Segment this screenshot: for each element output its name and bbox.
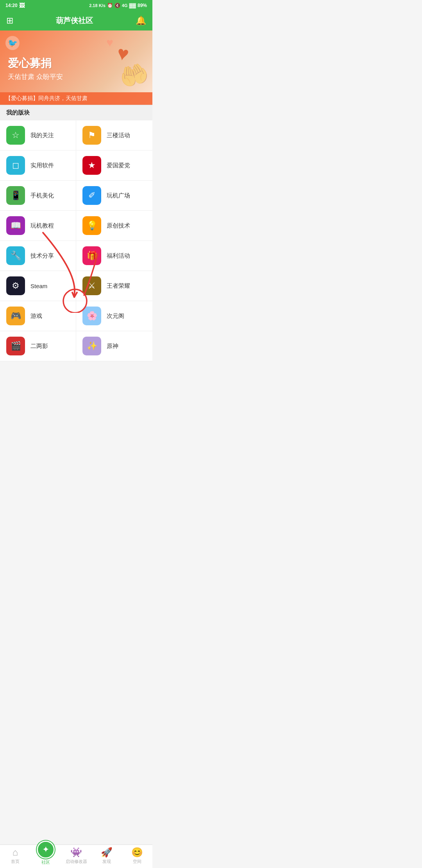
welfare-icon: 🎁: [82, 246, 101, 265]
genshin-label: 原神: [107, 343, 118, 350]
beautify-label: 手机美化: [30, 192, 54, 199]
genshin-icon: ✨: [82, 337, 101, 355]
activity-icon: ⚑: [82, 126, 101, 145]
follow-label: 我的关注: [30, 132, 54, 139]
heart-small-icon: ♥: [106, 36, 113, 49]
steam-icon: ⚙: [6, 276, 25, 295]
patriot-icon: ★: [82, 156, 101, 175]
grid-item-genshin[interactable]: ✨原神: [76, 331, 152, 361]
anime-icon: 🌸: [82, 307, 101, 325]
banner-main-title: 爱心募捐: [8, 56, 63, 71]
software-icon: ◻: [6, 156, 25, 175]
section-header: 我的版块: [0, 105, 152, 120]
grid-item-honor[interactable]: ⚔王者荣耀: [76, 271, 152, 301]
grid-item-original[interactable]: 💡原创技术: [76, 211, 152, 241]
tech-label: 技术分享: [30, 252, 54, 260]
status-time: 14:20 🖼: [5, 2, 25, 9]
software-label: 实用软件: [30, 162, 54, 169]
honor-icon: ⚔: [82, 276, 101, 295]
status-icons: 2.18 K/s ⏰ 🔇 4G ▓▓ 89%: [89, 3, 147, 8]
plaza-icon: ✐: [82, 186, 101, 205]
plaza-label: 玩机广场: [107, 192, 130, 199]
top-nav: ⊞ 葫芦侠社区 🔔: [0, 11, 152, 30]
notification-icon[interactable]: 🔔: [136, 16, 146, 26]
shadow-label: 二两影: [30, 343, 48, 350]
grid-item-tech[interactable]: 🔧技术分享: [0, 241, 76, 271]
grid-item-steam[interactable]: ⚙Steam: [0, 271, 76, 301]
grid-item-welfare[interactable]: 🎁福利活动: [76, 241, 152, 271]
grid-item-shadow[interactable]: 🎬二两影: [0, 331, 76, 361]
banner-caption: 【爱心募捐】同舟共济，天佑甘肃: [0, 92, 152, 105]
original-icon: 💡: [82, 216, 101, 235]
anime-label: 次元阁: [107, 312, 124, 320]
follow-icon: ☆: [6, 126, 25, 145]
apps-icon[interactable]: ⊞: [6, 16, 13, 26]
banner-mascot: 🐦: [5, 36, 20, 50]
grid-item-anime[interactable]: 🌸次元阁: [76, 301, 152, 331]
banner[interactable]: 🐦 爱心募捐 天佑甘肃 众盼平安 ♥ ♥ 🤲 【爱心募捐】同舟共济，天佑甘肃: [0, 30, 152, 105]
banner-text-area: 爱心募捐 天佑甘肃 众盼平安: [8, 56, 63, 81]
grid-item-tutorial[interactable]: 📖玩机教程: [0, 211, 76, 241]
nav-title: 葫芦侠社区: [56, 16, 93, 26]
welfare-label: 福利活动: [107, 252, 130, 260]
grid-item-plaza[interactable]: ✐玩机广场: [76, 181, 152, 211]
grid-item-patriot[interactable]: ★爱国爱党: [76, 151, 152, 181]
status-bar: 14:20 🖼 2.18 K/s ⏰ 🔇 4G ▓▓ 89%: [0, 0, 152, 11]
games-icon: 🎮: [6, 307, 25, 325]
grid-item-games[interactable]: 🎮游戏: [0, 301, 76, 331]
grid-item-follow[interactable]: ☆我的关注: [0, 120, 76, 151]
grid-item-beautify[interactable]: 📱手机美化: [0, 181, 76, 211]
beautify-icon: 📱: [6, 186, 25, 205]
shadow-icon: 🎬: [6, 337, 25, 355]
honor-label: 王者荣耀: [107, 282, 130, 290]
grid-item-software[interactable]: ◻实用软件: [0, 151, 76, 181]
banner-subtitle: 天佑甘肃 众盼平安: [8, 72, 63, 81]
grid-item-activity[interactable]: ⚑三楼活动: [76, 120, 152, 151]
tutorial-icon: 📖: [6, 216, 25, 235]
patriot-label: 爱国爱党: [107, 162, 130, 169]
tech-icon: 🔧: [6, 246, 25, 265]
steam-label: Steam: [30, 283, 47, 289]
activity-label: 三楼活动: [107, 132, 130, 139]
tutorial-label: 玩机教程: [30, 222, 54, 230]
original-label: 原创技术: [107, 222, 130, 230]
grid-list: ☆我的关注⚑三楼活动◻实用软件★爱国爱党📱手机美化✐玩机广场📖玩机教程💡原创技术…: [0, 120, 152, 361]
games-label: 游戏: [30, 312, 42, 320]
